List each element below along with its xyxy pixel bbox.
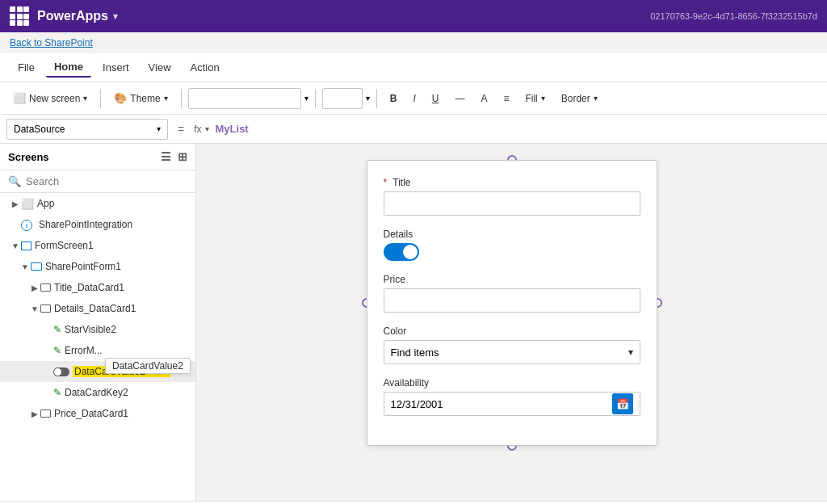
- availability-field: Availability 12/31/2001 📅: [384, 377, 640, 416]
- menu-home[interactable]: Home: [46, 57, 91, 78]
- title-input[interactable]: [384, 191, 640, 216]
- formula-source-label: DataSource: [14, 124, 65, 135]
- sidebar-header: Screens ☰ ⊞: [0, 144, 195, 170]
- tree-label-spform1: SharePointForm1: [45, 261, 189, 272]
- sp-circle-icon: i: [21, 220, 32, 231]
- tree-item-details-card[interactable]: ▼ Details_DataCard1: [0, 298, 195, 319]
- align-button[interactable]: ≡: [497, 90, 515, 107]
- font-family-input[interactable]: [188, 88, 301, 109]
- waffle-icon[interactable]: [10, 6, 29, 26]
- price-field: Price: [384, 274, 640, 313]
- menu-file[interactable]: File: [10, 58, 43, 77]
- app-name-text: PowerApps: [37, 9, 108, 23]
- formula-source-chevron-icon: ▾: [157, 124, 161, 133]
- formula-fx-button[interactable]: fx ▾: [194, 124, 208, 135]
- new-screen-chevron-icon: ▾: [83, 94, 87, 103]
- underline-button[interactable]: U: [426, 90, 446, 107]
- tree-item-app[interactable]: ▶ ⬜ App: [0, 193, 195, 214]
- expand-formscreen-icon[interactable]: ▼: [10, 242, 21, 250]
- tooltip-pill: DataCardValue2: [105, 358, 191, 374]
- app-title: PowerApps ▾: [37, 9, 118, 23]
- availability-date[interactable]: 12/31/2001 📅: [384, 392, 640, 416]
- canvas-area[interactable]: * Title Details: [196, 144, 827, 501]
- expand-details-card-icon[interactable]: ▼: [29, 304, 40, 313]
- card-icon: [40, 284, 51, 292]
- bold-button[interactable]: B: [384, 90, 404, 107]
- app-chevron-icon[interactable]: ▾: [113, 11, 118, 22]
- tree-label-dck2: DataCardKey2: [65, 387, 189, 398]
- sidebar-grid-view-icon[interactable]: ⊞: [178, 150, 187, 163]
- details-label-text: Details: [384, 229, 414, 240]
- formula-input[interactable]: MyList: [216, 123, 821, 135]
- tree-label-sp: SharePointIntegration: [39, 219, 189, 230]
- strikethrough-button[interactable]: —: [448, 90, 471, 107]
- theme-icon: 🎨: [114, 92, 127, 104]
- new-screen-button[interactable]: ⬜ New screen ▾: [6, 89, 94, 107]
- availability-label-text: Availability: [384, 377, 429, 388]
- sidebar-tree: ▶ ⬜ App i SharePointIntegration ▼ FormSc…: [0, 193, 195, 501]
- search-input[interactable]: [26, 175, 187, 187]
- tree-label-error-message: ErrorM...: [65, 345, 189, 356]
- separator3: [315, 89, 316, 108]
- details-label: Details: [384, 229, 640, 240]
- details-toggle[interactable]: [384, 243, 419, 261]
- tree-item-star-visible2[interactable]: ✎ StarVisible2: [0, 319, 195, 340]
- menu-bar: File Home Insert View Action: [0, 53, 827, 82]
- sidebar-search[interactable]: 🔍: [0, 170, 195, 193]
- screen-icon: [21, 242, 31, 250]
- expand-app-icon[interactable]: ▶: [10, 200, 21, 208]
- formula-value-text: MyList: [216, 123, 249, 135]
- card-icon2: [40, 304, 51, 313]
- expand-price-card-icon[interactable]: ▶: [29, 410, 40, 418]
- toggle-icon: [53, 368, 69, 376]
- tree-item-price-card[interactable]: ▶ Price_DataCard1: [0, 403, 195, 424]
- font-dropdown-icon[interactable]: ▾: [304, 94, 309, 103]
- expand-spform1-icon[interactable]: ▼: [19, 262, 31, 271]
- availability-label: Availability: [384, 377, 640, 388]
- pencil-icon3: ✎: [53, 387, 61, 398]
- price-label-text: Price: [384, 274, 405, 285]
- status-bar: FormScreen1 SharePointForm1 − + 80 % ⤢: [0, 501, 827, 504]
- form-panel-wrapper: * Title Details: [367, 160, 657, 446]
- font-size-dropdown-icon[interactable]: ▾: [366, 94, 370, 103]
- theme-label: Theme: [130, 93, 160, 104]
- menu-action[interactable]: Action: [183, 58, 228, 77]
- search-icon: 🔍: [8, 175, 21, 187]
- tree-item-formscreen1[interactable]: ▼ FormScreen1: [0, 235, 195, 256]
- fx-icon: fx: [194, 124, 201, 135]
- sidebar-list-view-icon[interactable]: ☰: [161, 150, 171, 163]
- border-button[interactable]: Border ▾: [555, 90, 604, 107]
- color-label-text: Color: [384, 326, 407, 337]
- separator4: [376, 89, 377, 108]
- tree-item-spform1[interactable]: ▼ SharePointForm1: [0, 256, 195, 277]
- availability-value: 12/31/2001: [391, 398, 443, 410]
- tree-item-sp-integration[interactable]: i SharePointIntegration: [0, 214, 195, 235]
- border-chevron-icon: ▾: [594, 94, 598, 103]
- tree-item-datacardvalue2[interactable]: DataCardValue2 ••• DataCardValue2: [0, 361, 195, 382]
- expand-title-card-icon[interactable]: ▶: [29, 284, 40, 292]
- italic-button[interactable]: I: [406, 90, 422, 107]
- fill-button[interactable]: Fill ▾: [518, 90, 551, 107]
- sidebar-title: Screens: [8, 151, 49, 163]
- price-input[interactable]: [384, 288, 640, 313]
- tree-label-app: App: [37, 198, 189, 209]
- form-icon: [31, 262, 42, 271]
- tree-item-datacardkey2[interactable]: ✎ DataCardKey2: [0, 382, 195, 403]
- separator2: [181, 89, 182, 108]
- formula-source-dropdown[interactable]: DataSource ▾: [6, 119, 168, 140]
- theme-button[interactable]: 🎨 Theme ▾: [107, 89, 174, 107]
- pencil-icon: ✎: [53, 324, 61, 335]
- back-to-sharepoint-link[interactable]: Back to SharePoint: [0, 32, 827, 53]
- calendar-icon[interactable]: 📅: [612, 393, 633, 414]
- menu-insert[interactable]: Insert: [94, 58, 137, 77]
- color-dropdown[interactable]: Find items ▾: [384, 340, 640, 364]
- main-layout: Screens ☰ ⊞ 🔍 ▶ ⬜ App i: [0, 144, 827, 501]
- menu-view[interactable]: View: [141, 58, 179, 77]
- tree-item-title-card[interactable]: ▶ Title_DataCard1: [0, 277, 195, 298]
- sp-icon: i: [21, 219, 32, 231]
- font-size-input[interactable]: [322, 88, 363, 109]
- tree-label-price-card: Price_DataCard1: [54, 408, 189, 419]
- theme-chevron-icon: ▾: [164, 94, 168, 103]
- font-color-button[interactable]: A: [474, 90, 493, 107]
- details-field: Details: [384, 229, 640, 261]
